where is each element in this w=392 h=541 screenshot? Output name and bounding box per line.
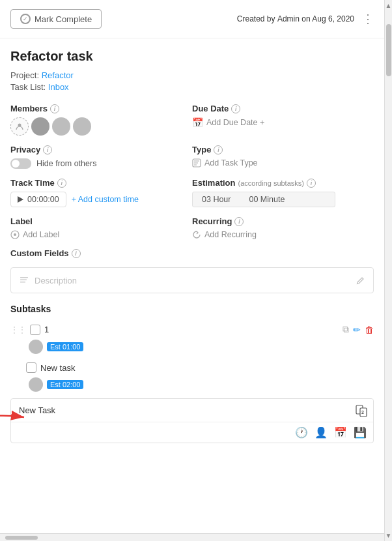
label-icon <box>10 230 20 239</box>
members-label: Members i <box>10 104 192 113</box>
track-time-info-icon[interactable]: i <box>57 179 66 188</box>
estimation-info-icon[interactable]: i <box>307 179 316 188</box>
svg-rect-5 <box>20 280 27 281</box>
add-task-type-button[interactable]: Add Task Type <box>192 158 374 168</box>
estimation-hours: 03 Hour <box>193 195 240 204</box>
check-icon <box>20 14 31 24</box>
fields-row-2: Privacy i Hide from others Type i <box>10 145 374 169</box>
created-by-meta: Created by Admin on Aug 6, 2020 <box>237 14 354 23</box>
type-info-icon[interactable]: i <box>214 145 223 154</box>
add-label-button[interactable]: Add Label <box>10 230 192 239</box>
subtasks-label: Subtasks <box>10 304 374 314</box>
description-box[interactable]: Description <box>10 267 374 293</box>
toggle-knob <box>12 160 20 168</box>
h-scroll-thumb[interactable] <box>5 536 38 540</box>
task-corner-icon: 2 <box>355 404 368 419</box>
delete-icon-1[interactable]: 🗑 <box>365 325 374 335</box>
add-due-date-button[interactable]: 📅 Add Due Date + <box>192 117 374 128</box>
privacy-toggle-row: Hide from others <box>10 158 192 169</box>
privacy-field: Privacy i Hide from others <box>10 145 192 169</box>
corner-icon-svg: 2 <box>355 404 368 417</box>
new-task-input[interactable] <box>11 399 373 422</box>
subtask-item-2: New task Est 02:00 <box>10 359 374 392</box>
members-field: Members i <box>10 104 192 136</box>
clock-icon[interactable]: 🕐 <box>295 426 308 439</box>
description-placeholder: Description <box>35 276 77 285</box>
main-content: Refactor task Project: Refactor Task Lis… <box>0 49 384 456</box>
scrollbar-horizontal[interactable] <box>0 533 384 541</box>
new-task-toolbar: 🕐 👤 📅 💾 <box>11 422 373 443</box>
subtask-item-1-row: ⋮⋮ 1 ⧉ ✏ 🗑 <box>10 321 374 338</box>
members-info-icon[interactable]: i <box>50 104 59 113</box>
subtask-avatar-2 <box>29 377 43 392</box>
scroll-thumb[interactable] <box>386 24 391 76</box>
subtask-meta-1: Est 01:00 <box>29 340 374 354</box>
svg-text:2: 2 <box>361 410 364 415</box>
fields-row-3: Track Time i 00:00:00 + Add custom time … <box>10 178 374 207</box>
fields-row-4: Label Add Label Recurring i <box>10 216 374 239</box>
fields-row-1: Members i Due Date <box>10 104 374 136</box>
add-custom-time-button[interactable]: + Add custom time <box>72 195 139 204</box>
recurring-label: Recurring i <box>192 216 374 226</box>
subtask-avatar-1 <box>29 340 43 354</box>
subtask-check-1[interactable] <box>30 325 40 335</box>
estimation-label: Estimation (according subtasks) i <box>192 178 374 188</box>
edit-icon-1[interactable]: ✏ <box>353 325 361 335</box>
subtask-check-2[interactable] <box>26 362 36 373</box>
drag-handle-1[interactable]: ⋮⋮ <box>10 325 26 334</box>
more-options-button[interactable]: ⋮ <box>362 12 374 26</box>
estimation-field: Estimation (according subtasks) i 03 Hou… <box>192 178 374 207</box>
type-label: Type i <box>192 145 374 154</box>
time-display: 00:00:00 <box>10 192 66 207</box>
track-time-label: Track Time i <box>10 178 192 188</box>
calendar-icon: 📅 <box>192 117 203 128</box>
tasklist-meta: Task List: Inbox <box>10 82 374 92</box>
task-title: Refactor task <box>10 49 374 64</box>
avatar-3 <box>73 117 91 136</box>
svg-point-3 <box>14 233 16 236</box>
label-label: Label <box>10 216 192 226</box>
recurring-info-icon[interactable]: i <box>234 217 244 226</box>
task-header: Mark Complete Created by Admin on Aug 6,… <box>0 0 384 38</box>
calendar-toolbar-icon[interactable]: 📅 <box>334 426 347 439</box>
fields-section: Members i Due Date <box>10 104 374 239</box>
add-recurring-button[interactable]: Add Recurring <box>192 230 374 239</box>
custom-fields-label: Custom Fields i <box>10 248 374 258</box>
task-type-icon <box>192 158 201 168</box>
new-task-input-wrapper: 2 🕐 👤 📅 💾 <box>10 398 374 443</box>
svg-rect-6 <box>20 282 25 283</box>
tasklist-link[interactable]: Inbox <box>48 82 69 92</box>
project-link[interactable]: Refactor <box>42 70 74 80</box>
recurring-field: Recurring i Add Recurring <box>192 216 374 239</box>
recurring-icon <box>192 230 201 239</box>
track-time-row: 00:00:00 + Add custom time <box>10 192 192 207</box>
subtask-actions-1: ⧉ ✏ 🗑 <box>343 324 374 335</box>
subtask-meta-2: Est 02:00 <box>29 377 374 392</box>
subtask-item-2-row: New task <box>10 359 374 376</box>
subtask-name-2: New task <box>40 363 374 373</box>
copy-icon-1[interactable]: ⧉ <box>343 324 349 335</box>
save-icon[interactable]: 💾 <box>354 426 367 439</box>
subtasks-section: Subtasks ⋮⋮ 1 ⧉ ✏ 🗑 Est 01:00 <box>10 304 374 443</box>
svg-rect-4 <box>20 277 28 278</box>
estimation-display: 03 Hour 00 Minute <box>192 192 335 207</box>
custom-fields-info-icon[interactable]: i <box>72 249 81 258</box>
person-icon <box>16 123 23 130</box>
privacy-info-icon[interactable]: i <box>43 145 52 154</box>
scroll-up-arrow[interactable]: ▲ <box>385 0 392 11</box>
label-field: Label Add Label <box>10 216 192 239</box>
privacy-toggle[interactable] <box>10 158 31 169</box>
user-icon[interactable]: 👤 <box>315 426 328 439</box>
scrollbar-vertical[interactable]: ▲ ▼ <box>384 0 392 541</box>
mark-complete-button[interactable]: Mark Complete <box>10 9 102 29</box>
play-icon[interactable] <box>18 196 23 203</box>
scroll-down-arrow[interactable]: ▼ <box>385 530 392 541</box>
custom-fields-section: Custom Fields i <box>10 248 374 258</box>
description-left: Description <box>19 275 77 285</box>
subtask-est-badge-2: Est 02:00 <box>47 380 83 389</box>
due-date-info-icon[interactable]: i <box>231 104 240 113</box>
subtask-est-badge-1: Est 01:00 <box>47 342 83 351</box>
add-member-button[interactable] <box>10 117 29 136</box>
privacy-label: Privacy i <box>10 145 192 154</box>
description-icon <box>19 275 29 285</box>
